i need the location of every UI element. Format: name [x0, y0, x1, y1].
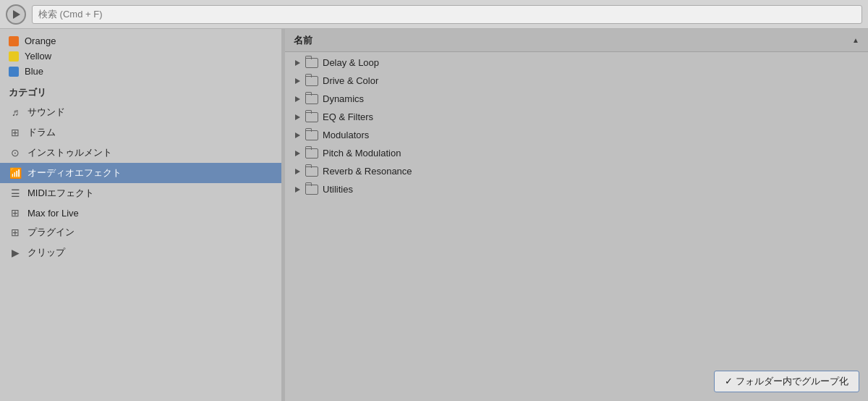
folder-label-dynamics: Dynamics [323, 93, 364, 104]
bottom-overlay: ✓ フォルダー内でグループ化 [714, 371, 859, 392]
sidebar-item-clip[interactable]: ▶クリップ [0, 242, 281, 263]
folder-arrow-pitch-modulation [294, 150, 301, 157]
folder-item-pitch-modulation[interactable]: Pitch & Modulation [285, 144, 868, 162]
color-list: OrangeYellowBlue [0, 33, 281, 79]
sidebar-item-drum[interactable]: ⊞ドラム [0, 122, 281, 143]
folder-arrow-eq-filters [294, 114, 301, 121]
top-bar [0, 0, 868, 29]
sidebar-label-drum: ドラム [27, 126, 56, 139]
folder-icon-modulators [305, 130, 318, 140]
folder-item-dynamics[interactable]: Dynamics [285, 90, 868, 108]
sidebar-icon-audio-effect: 📶 [9, 167, 22, 179]
folder-label-modulators: Modulators [323, 130, 369, 140]
sidebar-item-instrument[interactable]: ⊙インストゥルメント [0, 143, 281, 163]
sidebar-icon-instrument: ⊙ [9, 147, 22, 159]
sidebar: OrangeYellowBlue カテゴリ ♬サウンド⊞ドラム⊙インストゥルメン… [0, 29, 282, 401]
folder-item-eq-filters[interactable]: EQ & Filters [285, 108, 868, 126]
sidebar-icon-clip: ▶ [9, 247, 22, 258]
folder-arrow-delay-loop [294, 59, 301, 67]
group-button[interactable]: ✓ フォルダー内でグループ化 [714, 371, 859, 392]
sidebar-item-sound[interactable]: ♬サウンド [0, 102, 281, 122]
folder-item-drive-color[interactable]: Drive & Color [285, 72, 868, 90]
folder-label-eq-filters: EQ & Filters [323, 111, 373, 122]
sidebar-item-plugin[interactable]: ⊞プラグイン [0, 222, 281, 242]
folder-icon-dynamics [305, 94, 318, 104]
color-label-yellow: Yellow [25, 51, 51, 62]
folder-icon-pitch-modulation [305, 148, 318, 159]
sidebar-label-max-for-live: Max for Live [27, 208, 79, 219]
sidebar-label-instrument: インストゥルメント [27, 146, 112, 159]
table-header-label: 名前 [294, 34, 312, 47]
folder-list: Delay & LoopDrive & ColorDynamicsEQ & Fi… [285, 52, 868, 401]
color-swatch-yellow [9, 51, 19, 62]
sidebar-label-plugin: プラグイン [27, 226, 75, 239]
color-item-yellow[interactable]: Yellow [0, 48, 281, 64]
search-input[interactable] [32, 5, 862, 24]
folder-icon-delay-loop [305, 58, 318, 68]
folder-label-reverb-resonance: Reverb & Resonance [323, 166, 412, 177]
folder-arrow-drive-color [294, 77, 301, 85]
folder-item-reverb-resonance[interactable]: Reverb & Resonance [285, 162, 868, 180]
sidebar-items: ♬サウンド⊞ドラム⊙インストゥルメント📶オーディオエフェクト☰MIDIエフェクト… [0, 102, 281, 263]
sidebar-icon-midi-effect: ☰ [9, 187, 22, 199]
folder-icon-utilities [305, 185, 318, 195]
folder-item-utilities[interactable]: Utilities [285, 180, 868, 198]
sidebar-icon-sound: ♬ [9, 106, 22, 118]
sidebar-label-midi-effect: MIDIエフェクト [27, 187, 94, 200]
right-panel: 名前 ▲ Delay & LoopDrive & ColorDynamicsEQ… [285, 29, 868, 401]
color-label-blue: Blue [25, 66, 43, 77]
color-swatch-blue [9, 67, 19, 77]
sidebar-item-audio-effect[interactable]: 📶オーディオエフェクト [0, 163, 281, 183]
folder-arrow-reverb-resonance [294, 168, 301, 175]
folder-arrow-utilities [294, 186, 301, 193]
folder-item-delay-loop[interactable]: Delay & Loop [285, 54, 868, 72]
play-button[interactable] [6, 4, 26, 25]
sidebar-label-audio-effect: オーディオエフェクト [27, 166, 122, 180]
folder-arrow-modulators [294, 132, 301, 139]
folder-icon-reverb-resonance [305, 166, 318, 177]
sidebar-item-max-for-live[interactable]: ⊞Max for Live [0, 203, 281, 222]
sidebar-label-clip: クリップ [27, 246, 65, 259]
color-item-orange[interactable]: Orange [0, 33, 281, 48]
folder-label-delay-loop: Delay & Loop [323, 57, 379, 68]
category-header: カテゴリ [0, 79, 281, 102]
color-label-orange: Orange [25, 35, 56, 46]
folder-arrow-dynamics [294, 96, 301, 103]
folder-icon-eq-filters [305, 112, 318, 122]
sidebar-label-sound: サウンド [27, 106, 65, 119]
folder-label-drive-color: Drive & Color [323, 75, 378, 86]
folder-label-pitch-modulation: Pitch & Modulation [323, 148, 401, 159]
color-item-blue[interactable]: Blue [0, 64, 281, 79]
color-swatch-orange [9, 36, 19, 46]
table-header: 名前 ▲ [285, 29, 868, 52]
sidebar-icon-plugin: ⊞ [9, 227, 22, 238]
folder-item-modulators[interactable]: Modulators [285, 126, 868, 144]
main-layout: OrangeYellowBlue カテゴリ ♬サウンド⊞ドラム⊙インストゥルメン… [0, 29, 868, 401]
folder-icon-drive-color [305, 76, 318, 86]
sort-arrow-icon[interactable]: ▲ [852, 36, 859, 44]
sidebar-icon-max-for-live: ⊞ [9, 207, 22, 219]
sidebar-item-midi-effect[interactable]: ☰MIDIエフェクト [0, 183, 281, 203]
folder-label-utilities: Utilities [323, 184, 353, 195]
sidebar-icon-drum: ⊞ [9, 127, 22, 138]
